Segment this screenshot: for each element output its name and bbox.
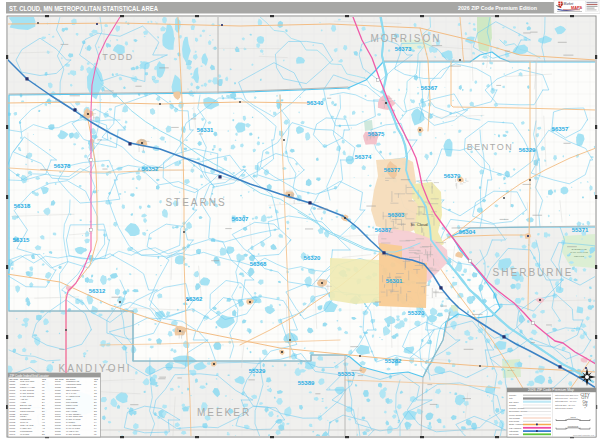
svg-text:55382: 55382 [10, 386, 17, 388]
svg-text:56371: 56371 [55, 407, 62, 409]
svg-text:56312: 56312 [89, 288, 106, 294]
svg-text:56335: 56335 [10, 424, 17, 426]
svg-text:56368: 56368 [250, 261, 267, 267]
svg-text:56368: 56368 [55, 404, 62, 406]
svg-text:55320: 55320 [10, 380, 17, 382]
svg-text:COLD SPRING: COLD SPRING [20, 410, 35, 412]
svg-text:2026 ZIP Code Premium Edition: 2026 ZIP Code Premium Edition [458, 5, 537, 11]
svg-text:AVON: AVON [20, 401, 26, 403]
svg-text:56331: 56331 [197, 127, 214, 133]
svg-text:ZIP Code: ZIP Code [10, 378, 20, 380]
svg-text:Interstate: Interstate [509, 430, 519, 432]
svg-text:ZIP Name: ZIP Name [66, 378, 76, 380]
svg-text:56373: 56373 [395, 46, 412, 52]
svg-text:56340: 56340 [55, 383, 62, 385]
svg-text:RICE: RICE [66, 398, 72, 400]
svg-text:55353: 55353 [338, 371, 355, 377]
svg-text:WAITE PARK: WAITE PARK [66, 430, 79, 432]
svg-text:56374: 56374 [55, 413, 62, 415]
svg-text:55329: 55329 [249, 368, 266, 374]
svg-text:ZIP Name: ZIP Name [20, 378, 30, 380]
svg-text:56357: 56357 [552, 126, 569, 132]
svg-text:MAPS: MAPS [571, 6, 582, 10]
svg-text:SAUK RAPIDS: SAUK RAPIDS [66, 427, 81, 429]
svg-text:BROOTEN: BROOTEN [20, 407, 31, 409]
svg-text:56325: 56325 [10, 413, 17, 415]
svg-text:56379: 56379 [55, 427, 62, 429]
svg-text:2026 ZIP Code Premium Map: 2026 ZIP Code Premium Map [528, 388, 574, 392]
svg-text:56373: 56373 [55, 410, 62, 412]
svg-text:56320: 56320 [304, 255, 321, 261]
svg-text:56315: 56315 [13, 237, 30, 243]
svg-text:Toll Roads: Toll Roads [509, 417, 521, 419]
svg-text:56315: 56315 [10, 407, 17, 409]
svg-text:ZIP Code: ZIP Code [509, 401, 519, 403]
svg-text:56367: 56367 [55, 398, 62, 400]
svg-text:SAUK CENTRE: SAUK CENTRE [66, 424, 81, 426]
svg-text:SAINT CLOUD: SAINT CLOUD [66, 433, 80, 435]
svg-text:55389: 55389 [298, 380, 315, 386]
svg-text:56318: 56318 [14, 203, 31, 209]
svg-text:56357: 56357 [55, 392, 62, 394]
svg-text:Rail Road: Rail Road [509, 420, 520, 422]
svg-text:SAINT MARTIN: SAINT MARTIN [66, 418, 81, 420]
svg-text:SAINT JOSEPH: SAINT JOSEPH [66, 413, 81, 415]
svg-text:BELGRADE: BELGRADE [20, 404, 32, 406]
svg-text:56312: 56312 [10, 404, 17, 406]
svg-text:ROYALTON: ROYALTON [66, 410, 78, 412]
svg-text:FOLEY: FOLEY [20, 415, 27, 417]
svg-text:STEARNS: STEARNS [165, 197, 226, 208]
svg-text:PRINCETON: PRINCETON [20, 430, 33, 432]
svg-text:GREENWALD: GREENWALD [66, 380, 80, 382]
svg-text:56393: 56393 [55, 433, 62, 435]
svg-text:SOUTH HAVEN: SOUTH HAVEN [20, 386, 35, 388]
svg-text:GILMAN: GILMAN [20, 421, 28, 423]
svg-text:CLEARWATER: CLEARWATER [20, 380, 35, 382]
svg-text:56378: 56378 [55, 424, 62, 426]
svg-text:56320: 56320 [10, 410, 17, 412]
svg-text:City: City [582, 400, 588, 404]
svg-text:56338: 56338 [10, 430, 17, 432]
svg-text:St. Cloud: St. Cloud [410, 222, 428, 227]
svg-text:WATKINS: WATKINS [20, 433, 30, 435]
svg-text:56340: 56340 [307, 100, 324, 106]
svg-text:56307: 56307 [10, 398, 17, 400]
svg-text:Primary Roads: Primary Roads [509, 407, 525, 409]
svg-text:OAK PARK: OAK PARK [66, 392, 77, 394]
svg-text:Roads: Roads [509, 404, 516, 406]
svg-text:56336: 56336 [55, 380, 62, 382]
svg-text:56303: 56303 [388, 212, 405, 218]
svg-text:56304: 56304 [459, 229, 476, 235]
svg-text:SAINT STEPHEN: SAINT STEPHEN [66, 415, 83, 417]
svg-text:Miles: Miles [570, 416, 576, 418]
svg-text:56329: 56329 [10, 415, 17, 417]
svg-text:FREEPORT: FREEPORT [20, 418, 32, 420]
svg-text:56352: 56352 [55, 386, 62, 388]
svg-text:PAYNESVILLE: PAYNESVILLE [66, 395, 80, 397]
svg-text:55382: 55382 [385, 358, 402, 364]
svg-text:MELROSE: MELROSE [66, 386, 77, 388]
svg-text:SARTELL: SARTELL [66, 421, 76, 423]
svg-text:56362: 56362 [186, 296, 203, 302]
svg-text:56336: 56336 [10, 427, 17, 429]
svg-text:56387: 56387 [55, 430, 62, 432]
svg-text:56310: 56310 [10, 401, 17, 403]
svg-text:HOLDINGFORD: HOLDINGFORD [66, 383, 82, 385]
svg-text:MEEKER: MEEKER [197, 407, 251, 418]
svg-text:56368: 56368 [55, 401, 62, 403]
svg-text:56340: 56340 [10, 433, 17, 435]
svg-text:GREY EAGLE: GREY EAGLE [20, 424, 34, 426]
svg-text:56356: 56356 [55, 389, 62, 391]
svg-text:56352: 56352 [142, 166, 159, 172]
svg-text:56378: 56378 [54, 163, 71, 169]
svg-text:ZIP Code: ZIP Code [55, 378, 65, 380]
svg-text:56387: 56387 [375, 227, 392, 233]
svg-text:56331: 56331 [10, 418, 17, 420]
svg-text:SAINT CLOUD: SAINT CLOUD [20, 389, 34, 391]
svg-text:NEW MUNICH: NEW MUNICH [66, 389, 80, 391]
svg-text:SAINT CLOUD: SAINT CLOUD [20, 392, 34, 394]
svg-text:56377: 56377 [55, 421, 62, 423]
svg-text:Copyright MarketMAPS: Copyright MarketMAPS [573, 434, 595, 436]
svg-text:REFUGE: REFUGE [574, 255, 584, 258]
svg-text:US Highway: US Highway [509, 427, 522, 429]
